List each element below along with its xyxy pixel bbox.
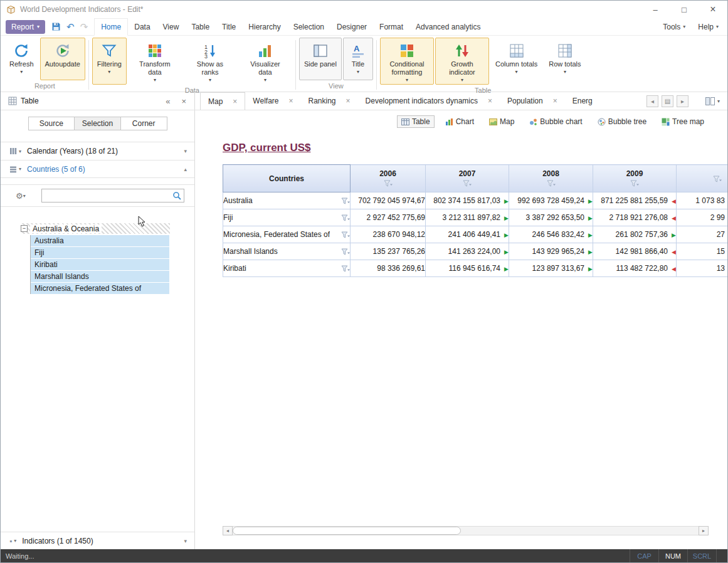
search-icon[interactable] — [172, 191, 181, 200]
menu-tab-format[interactable]: Format — [373, 18, 409, 35]
tab-close-icon[interactable]: × — [488, 97, 492, 105]
transform-data-button[interactable]: Transform data ▾ — [128, 38, 182, 85]
close-button[interactable]: × — [699, 1, 727, 18]
year-header-cell-2009[interactable]: 2009 — [593, 165, 677, 192]
tab-close-icon[interactable]: × — [553, 97, 557, 105]
search-input[interactable] — [42, 190, 172, 201]
chevron-down-icon[interactable]: ▾ — [23, 193, 26, 199]
chevron-down-icon[interactable]: ▾ — [19, 166, 21, 172]
tab-close-icon[interactable]: × — [233, 97, 237, 106]
country-cell[interactable]: Micronesia, Federated States of — [223, 226, 351, 243]
maximize-button[interactable]: □ — [670, 1, 699, 18]
view-map-button[interactable]: Map — [485, 115, 519, 128]
tools-menu[interactable]: Tools ▾ — [663, 23, 685, 31]
column-filter-icon[interactable] — [351, 180, 425, 187]
view-tree-map-button[interactable]: Tree map — [657, 115, 709, 128]
country-cell[interactable]: Marshall Islands — [223, 243, 351, 260]
column-filter-icon[interactable] — [593, 180, 676, 187]
row-filter-icon[interactable] — [341, 214, 350, 221]
doc-tab-map[interactable]: Map × — [200, 92, 245, 110]
sidebar-tab-source[interactable]: Source — [28, 117, 75, 130]
scrollbar-track[interactable] — [233, 526, 699, 535]
redo-icon[interactable]: ↷ — [80, 22, 88, 31]
doc-tab-development-indicators-dynamics[interactable]: Development indicators dynamics × — [358, 92, 500, 110]
sidebar-tab-selection[interactable]: Selection — [75, 117, 121, 130]
collapse-icon[interactable]: ▴ — [184, 166, 187, 172]
menu-tab-hierarchy[interactable]: Hierarchy — [242, 18, 287, 35]
view-table-button[interactable]: Table — [397, 115, 435, 128]
row-filter-icon[interactable] — [341, 265, 350, 272]
autoupdate-button[interactable]: Autoupdate — [40, 38, 85, 80]
save-icon[interactable] — [51, 22, 61, 31]
help-menu[interactable]: Help ▾ — [698, 23, 719, 31]
chevron-down-icon[interactable]: ▾ — [14, 538, 16, 544]
countries-header-cell[interactable]: Countries — [223, 165, 351, 192]
side-panel-button[interactable]: Side panel — [299, 38, 342, 80]
collapse-panel-button[interactable]: « — [159, 97, 177, 106]
gear-icon[interactable]: ⚙ — [16, 192, 23, 200]
visualizer-data-button[interactable]: Visualizer data ▾ — [238, 38, 292, 85]
show-as-ranks-button[interactable]: 123 Show as ranks ▾ — [183, 38, 237, 85]
doc-tab-ranking[interactable]: Ranking × — [301, 92, 358, 110]
tree-item-kiribati[interactable]: Kiribati — [31, 259, 169, 270]
minimize-button[interactable]: – — [641, 1, 670, 18]
menu-tab-table[interactable]: Table — [185, 18, 216, 35]
view-chart-button[interactable]: Chart — [441, 115, 478, 128]
year-header-cell-2006[interactable]: 2006 — [351, 165, 426, 192]
menu-tab-selection[interactable]: Selection — [287, 18, 330, 35]
undo-icon[interactable]: ↶ — [66, 22, 75, 31]
tree-item-marshall-islands[interactable]: Marshall Islands — [31, 271, 169, 282]
tab-scroll-right-button[interactable]: ▸ — [677, 95, 688, 107]
year-header-cell-2007[interactable]: 2007 — [426, 165, 509, 192]
column-filter-icon[interactable] — [426, 180, 509, 187]
menu-tab-home[interactable]: Home — [94, 18, 128, 36]
tab-close-icon[interactable]: × — [346, 97, 351, 105]
conditional-formatting-button[interactable]: Conditional formatting ▾ — [380, 38, 434, 85]
title-button[interactable]: A Title ▾ — [343, 38, 373, 80]
scroll-left-button[interactable]: ◂ — [223, 526, 233, 535]
menu-tab-designer[interactable]: Designer — [330, 18, 373, 35]
split-view-button[interactable]: ▾ — [705, 97, 720, 105]
growth-indicator-button[interactable]: Growth indicator ▾ — [435, 38, 489, 85]
column-filter-icon[interactable] — [677, 176, 727, 183]
report-menu-button[interactable]: Report ▾ — [6, 20, 45, 34]
tree-item-australia[interactable]: Australia — [31, 235, 169, 246]
tree-item-micronesia[interactable]: Micronesia, Federated States of — [31, 283, 169, 294]
menu-tab-view[interactable]: View — [157, 18, 186, 35]
expand-icon[interactable]: ▾ — [184, 148, 187, 154]
tab-scroll-left-button[interactable]: ◂ — [646, 95, 658, 107]
close-panel-button[interactable]: × — [177, 97, 191, 106]
doc-tab-energy[interactable]: Energ — [565, 92, 600, 110]
calendar-dimension-row[interactable]: ▾ Calendar (Years) (18 of 21) ▾ — [1, 142, 194, 160]
row-filter-icon[interactable] — [341, 197, 350, 204]
view-bubble-tree-button[interactable]: Bubble tree — [593, 115, 651, 128]
view-bubble-chart-button[interactable]: Bubble chart — [525, 115, 586, 128]
country-cell[interactable]: Kiribati — [223, 260, 351, 277]
year-header-cell-partial[interactable] — [677, 165, 728, 192]
horizontal-scrollbar[interactable]: ◂ ▸ — [223, 526, 709, 535]
menu-tab-title[interactable]: Title — [216, 18, 242, 35]
year-header-cell-2008[interactable]: 2008 — [509, 165, 593, 192]
row-filter-icon[interactable] — [341, 248, 350, 255]
column-totals-button[interactable]: Column totals ▾ — [490, 38, 542, 85]
doc-tab-welfare[interactable]: Welfare × — [245, 92, 300, 110]
refresh-button[interactable]: Refresh ▾ — [4, 38, 39, 80]
tree-item-fiji[interactable]: Fiji — [31, 247, 169, 258]
countries-dimension-row[interactable]: ▾ Countries (5 of 6) ▴ — [1, 160, 194, 178]
filtering-button[interactable]: Filtering ▾ — [92, 38, 127, 85]
menu-tab-data[interactable]: Data — [128, 18, 156, 35]
column-filter-icon[interactable] — [509, 180, 593, 187]
scrollbar-thumb[interactable] — [233, 527, 461, 535]
menu-tab-advanced-analytics[interactable]: Advanced analytics — [409, 18, 487, 35]
expand-icon[interactable]: ▾ — [184, 538, 187, 544]
row-totals-button[interactable]: Row totals ▾ — [544, 38, 586, 85]
tab-close-icon[interactable]: × — [289, 97, 293, 105]
sidebar-tab-corner[interactable]: Corner — [121, 117, 167, 130]
country-cell[interactable]: Australia — [223, 192, 351, 209]
tab-list-button[interactable]: ▤ — [662, 95, 673, 107]
tree-group-australia-oceania[interactable]: − Australia & Oceania — [21, 223, 170, 234]
doc-tab-population[interactable]: Population × — [500, 92, 565, 110]
scroll-right-button[interactable]: ▸ — [699, 526, 709, 535]
country-cell[interactable]: Fiji — [223, 209, 351, 226]
chevron-down-icon[interactable]: ▾ — [19, 149, 21, 154]
